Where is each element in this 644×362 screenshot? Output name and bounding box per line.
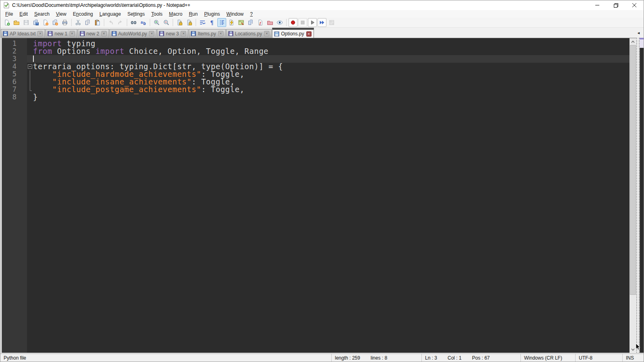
print-button[interactable]	[60, 18, 69, 27]
menu-bar: FileEditSearchViewEncodingLanguageSettin…	[0, 10, 644, 18]
document-map-button[interactable]	[237, 18, 246, 27]
macro-record-button[interactable]	[289, 18, 297, 27]
tab-close-icon[interactable]: ×	[264, 31, 269, 36]
show-indent-guide-button[interactable]	[217, 18, 226, 27]
find-button[interactable]	[129, 18, 138, 27]
plugin-execute-icon	[228, 19, 235, 26]
tab-close-icon[interactable]: ×	[181, 31, 186, 36]
close-button[interactable]	[41, 18, 50, 27]
cut-button[interactable]	[74, 18, 83, 27]
code-line-8[interactable]: 8}	[2, 93, 630, 101]
macro-playback-button[interactable]	[308, 18, 317, 27]
tab-new-2[interactable]: new 2×	[78, 29, 109, 38]
tab-close-icon[interactable]: ×	[70, 31, 75, 36]
code-line-7[interactable]: 7 "include_postgame_achievements": Toggl…	[2, 86, 630, 93]
menu-run[interactable]: Run	[186, 10, 201, 18]
status-pos: Pos : 67	[472, 355, 490, 361]
code-line-2[interactable]: 2from Options import Choice, Option, Tog…	[2, 47, 630, 55]
status-bar: Python file length : 259 lines : 8 Ln : …	[0, 354, 644, 362]
menu-macro[interactable]: Macro	[166, 10, 186, 18]
show-all-characters-icon: ¶	[209, 19, 215, 26]
tab-label: new 1	[54, 31, 67, 37]
replace-button[interactable]: ab	[139, 18, 148, 27]
scroll-up-arrow-icon[interactable]	[630, 38, 636, 45]
scrollbar-track[interactable]	[630, 45, 636, 346]
menu-encoding[interactable]: Encoding	[70, 10, 96, 18]
tab-close-icon[interactable]: ×	[101, 31, 107, 36]
macro-run-multiple-icon	[319, 19, 325, 26]
tab-close-icon[interactable]: ×	[37, 31, 43, 36]
tab-new-1[interactable]: new 1×	[45, 29, 77, 38]
menu-settings[interactable]: Settings	[124, 10, 148, 18]
menu-tools[interactable]: Tools	[148, 10, 166, 18]
toolbar-separator	[173, 19, 173, 26]
plugin-execute-button[interactable]	[227, 18, 236, 27]
menu-plugins[interactable]: Plugins	[201, 10, 223, 18]
status-encoding: UTF-8	[575, 354, 622, 362]
show-all-characters-button[interactable]: ¶	[208, 18, 217, 27]
zoom-in-button[interactable]	[152, 18, 161, 27]
function-list-button[interactable]: f	[256, 18, 265, 27]
menu-file[interactable]: File	[2, 10, 16, 18]
fold-margin	[27, 47, 33, 55]
second-view-tab-fragment	[640, 38, 644, 48]
open-button[interactable]	[12, 18, 21, 27]
document-list-button[interactable]	[246, 18, 255, 27]
tab-close-icon[interactable]: ×	[218, 31, 223, 36]
tab-new-3[interactable]: new 3×	[157, 29, 188, 38]
new-file-button[interactable]	[2, 18, 11, 27]
macro-run-multiple-button[interactable]	[318, 18, 326, 27]
editor[interactable]: 1import typing2from Options import Choic…	[2, 38, 630, 353]
window-title: C:\Users\Dood\Documents\tmp\Archipelago\…	[12, 2, 190, 8]
save-icon	[23, 19, 29, 26]
tab-options-py[interactable]: Options.py×	[272, 28, 314, 38]
sync-horizontal-scrolling-button[interactable]	[185, 18, 194, 27]
fold-margin	[27, 40, 33, 47]
tab-close-icon[interactable]: ×	[149, 31, 154, 36]
tab-scroll-left-arrow[interactable]: ◄	[636, 30, 641, 36]
status-cursor-position: Ln : 3 Col : 1 Pos : 67	[421, 354, 520, 362]
document-list-icon	[248, 19, 254, 26]
status-line: Ln : 3	[425, 355, 437, 361]
scrollbar-thumb[interactable]	[630, 45, 636, 295]
view-splitter[interactable]	[636, 38, 640, 353]
minimize-button[interactable]	[588, 0, 607, 10]
modified-floppy-icon	[80, 31, 85, 36]
fold-margin	[27, 78, 33, 86]
menu-edit[interactable]: Edit	[16, 10, 31, 18]
save-all-button[interactable]	[31, 18, 40, 27]
status-typing-mode: INS	[622, 354, 644, 362]
saved-floppy-icon	[111, 31, 117, 36]
floppy-icon	[47, 31, 53, 36]
close-icon[interactable]	[625, 0, 644, 10]
find-icon	[130, 19, 137, 26]
copy-button[interactable]	[83, 18, 92, 27]
folder-as-workspace-button[interactable]	[266, 18, 275, 27]
folder-as-workspace-icon	[267, 19, 273, 26]
menu-?[interactable]: ?	[247, 10, 256, 18]
svg-text:¶: ¶	[211, 20, 214, 26]
sync-vertical-scrolling-button[interactable]	[175, 18, 184, 27]
macro-save-button	[327, 18, 336, 27]
redo-icon	[117, 19, 124, 26]
tab-ap-ideas-txt[interactable]: AP Ideas.txt×	[1, 29, 45, 38]
restore-button[interactable]	[607, 0, 625, 10]
menu-language[interactable]: Language	[96, 10, 124, 18]
close-all-button[interactable]	[51, 18, 60, 27]
fold-collapse-icon[interactable]	[27, 63, 33, 70]
menu-window[interactable]: Window	[223, 10, 247, 18]
vertical-scrollbar[interactable]	[630, 38, 636, 353]
replace-icon: ab	[140, 19, 147, 26]
menu-search[interactable]: Search	[31, 10, 53, 18]
monitoring-button[interactable]	[275, 18, 284, 27]
tab-close-icon[interactable]: ×	[306, 31, 312, 37]
word-wrap-button[interactable]	[198, 18, 207, 27]
menu-view[interactable]: View	[53, 10, 70, 18]
tab-autoworld-py[interactable]: AutoWorld.py×	[109, 29, 157, 38]
tab-items-py[interactable]: Items.py×	[189, 29, 225, 38]
mouse-cursor	[636, 343, 641, 352]
zoom-out-button[interactable]	[162, 18, 171, 27]
tab-locations-py[interactable]: Locations.py×	[226, 29, 272, 38]
paste-button[interactable]	[93, 18, 102, 27]
modified-floppy-icon	[228, 31, 233, 36]
